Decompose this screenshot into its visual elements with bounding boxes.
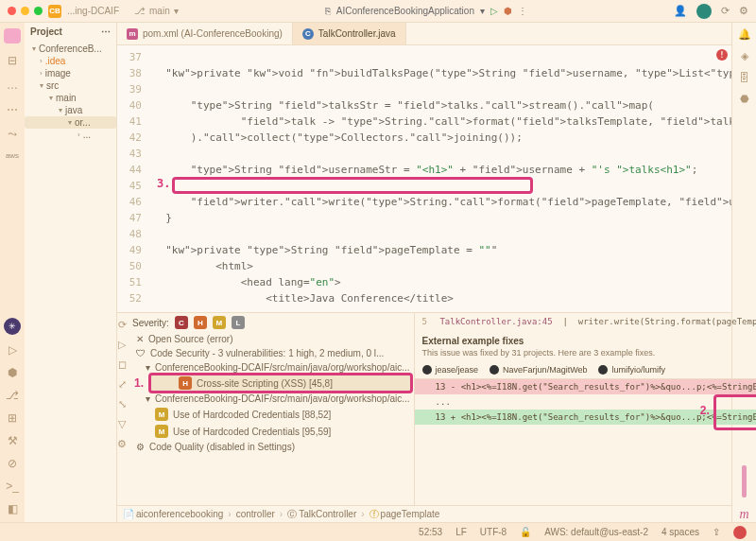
crumb-3[interactable]: pageTemplate xyxy=(381,509,440,519)
severity-low-icon[interactable]: L xyxy=(232,316,245,329)
crumb-1[interactable]: controller xyxy=(236,509,275,519)
project-tree[interactable]: ▾ConferenceB... ›.idea ›image ▾src ▾main… xyxy=(25,41,116,143)
indent[interactable]: 4 spaces xyxy=(662,527,699,537)
run-icon[interactable]: ▷ xyxy=(490,6,498,16)
severity-high-badge: H xyxy=(179,376,192,390)
avatar[interactable] xyxy=(696,4,712,19)
severity-high-icon[interactable]: H xyxy=(194,316,207,329)
annotation-step-1: 1. xyxy=(127,376,147,390)
tree-root[interactable]: ConferenceB... xyxy=(39,44,102,54)
notifications-icon[interactable]: 🔔 xyxy=(738,28,751,41)
error-indicator-icon[interactable]: ! xyxy=(716,49,728,61)
aws-toolkit-icon[interactable]: aws xyxy=(6,151,19,160)
problems-icon[interactable]: ⊘ xyxy=(5,456,20,471)
folder-image[interactable]: image xyxy=(45,68,71,79)
terminal-icon[interactable]: >_ xyxy=(5,479,20,494)
snyk-issue-creds-1[interactable]: MUse of Hardcoded Credentials [88,52] xyxy=(127,406,414,423)
account-icon[interactable]: 👤 xyxy=(674,5,687,17)
github-icon xyxy=(490,365,499,375)
collapse-icon[interactable]: ⤡ xyxy=(118,398,127,410)
run-scan-icon[interactable]: ▷ xyxy=(118,339,126,351)
code-editor[interactable]: 37 38 39 40 41 42 43 44 45 46 47 48 49 5… xyxy=(117,45,731,312)
severity-filter[interactable]: Severity: C H M L xyxy=(127,313,414,332)
settings-icon[interactable]: ⚙ xyxy=(117,438,127,450)
run-config[interactable]: ⎘ AIConferenceBookingApplication ▾ ▷ ⬢ ⋮ xyxy=(325,6,527,16)
fix-tab-2[interactable]: NaveFarjun/MagitWeb xyxy=(490,365,587,375)
git-tool-icon[interactable]: ⎇ xyxy=(5,388,20,403)
snyk-open-source[interactable]: ✕Open Source (error) xyxy=(127,332,414,346)
snyk-issue-xss[interactable]: H Cross-site Scripting (XSS) [45,8] xyxy=(150,375,411,392)
tab-pom-label: pom.xml (AI-ConferenceBooking) xyxy=(143,28,283,39)
snyk-code-security[interactable]: 🛡Code Security - 3 vulnerabilities: 1 hi… xyxy=(127,346,414,360)
breadcrumb[interactable]: 📄 aiconferencebooking› controller› ⒸTalk… xyxy=(117,505,731,522)
debug-tool-icon[interactable]: ⬢ xyxy=(5,365,20,380)
bookmarks-icon[interactable]: ⋯ xyxy=(5,102,20,117)
sub-node[interactable]: ... xyxy=(83,130,91,140)
annotation-highlight-3 xyxy=(172,177,533,194)
snyk-detail: 5 TalkController.java:45 | writer.write(… xyxy=(415,313,756,505)
minimize-icon[interactable] xyxy=(21,7,29,15)
snyk-panel: ⟳ ▷ ◻ ⤢ ⤡ ▽ ⚙ Severity: C H M L xyxy=(117,312,731,505)
fix-tab-1[interactable]: jease/jease xyxy=(422,365,479,375)
zoom-icon[interactable] xyxy=(34,7,43,15)
maven-tool-icon[interactable]: m xyxy=(739,507,748,522)
expand-icon[interactable]: ⤢ xyxy=(118,378,127,391)
filter-icon[interactable]: ▽ xyxy=(118,418,126,430)
line-sep[interactable]: LF xyxy=(455,527,467,537)
snyk-code-quality[interactable]: ⚙Code Quality (disabled in Settings) xyxy=(127,440,414,454)
commit-icon[interactable]: ⊟ xyxy=(5,53,20,68)
cursor-position[interactable]: 52:53 xyxy=(419,527,442,537)
debug-icon[interactable]: ⬢ xyxy=(504,6,512,16)
endpoints-icon[interactable]: ◧ xyxy=(5,501,20,516)
project-menu-icon[interactable]: ⋯ xyxy=(101,26,111,37)
snyk-tool-icon[interactable]: ✳ xyxy=(4,318,21,335)
ai-assistant-icon[interactable]: ◈ xyxy=(741,50,748,62)
database-icon[interactable]: 🗄 xyxy=(739,72,749,83)
editor-tabs: m pom.xml (AI-ConferenceBooking) C TalkC… xyxy=(117,23,731,45)
settings-icon[interactable]: ⚙ xyxy=(739,5,748,17)
tab-talkcontroller[interactable]: C TalkController.java xyxy=(293,23,406,44)
branch-name: main xyxy=(149,6,170,16)
structure-icon[interactable]: … xyxy=(5,78,20,93)
folder-main[interactable]: main xyxy=(56,93,77,103)
fix-tab-3[interactable]: lumifyio/lumify xyxy=(598,365,665,375)
example-fixes-tabs: jease/jease NaveFarjun/MagitWeb lumifyio… xyxy=(415,363,756,379)
snyk-issue-creds-2[interactable]: MUse of Hardcoded Credentials [95,59] xyxy=(127,423,414,440)
package-node[interactable]: or... xyxy=(75,117,91,128)
severity-critical-icon[interactable]: C xyxy=(175,316,188,329)
close-icon[interactable] xyxy=(8,7,16,15)
crumb-2[interactable]: TalkController xyxy=(299,509,356,519)
git-branch[interactable]: ⎇ main ▾ xyxy=(134,6,179,16)
project-tool-icon[interactable] xyxy=(4,28,21,44)
run-config-name: AIConferenceBookingApplication xyxy=(336,6,474,16)
chevron-down-icon: ▾ xyxy=(480,6,485,16)
refresh-icon[interactable]: ⟳ xyxy=(118,319,127,331)
folder-java[interactable]: java xyxy=(65,105,82,115)
folder-idea[interactable]: .idea xyxy=(45,56,66,66)
stop-icon[interactable]: ◻ xyxy=(118,358,127,371)
updates-icon[interactable]: ⟳ xyxy=(721,5,730,17)
crumb-0[interactable]: aiconferencebooking xyxy=(136,509,223,519)
snyk-path-1[interactable]: ▾ConferenceBooking-DCAIF/src/main/java/o… xyxy=(127,360,414,375)
snyk-issues-tree[interactable]: Severity: C H M L ✕Open Source (error) 🛡… xyxy=(127,313,415,505)
diff-view: 13 - <h1><%=I18N.get("Search_results_for… xyxy=(415,379,756,425)
encoding[interactable]: UTF-8 xyxy=(480,527,507,537)
run-tool-icon[interactable]: ▷ xyxy=(5,342,20,358)
project-header-label: Project xyxy=(30,26,62,37)
aws-status[interactable]: AWS: default@us-east-2 xyxy=(544,527,648,537)
severity-medium-icon[interactable]: M xyxy=(213,316,226,329)
pull-requests-icon[interactable]: ⤳ xyxy=(5,127,20,142)
build-icon[interactable]: ⚒ xyxy=(5,433,20,448)
readonly-icon[interactable]: 🔓 xyxy=(520,527,531,537)
tab-pom[interactable]: m pom.xml (AI-ConferenceBooking) xyxy=(117,23,293,44)
snyk-path-2[interactable]: ▾ConferenceBooking-DCAIF/src/main/java/o… xyxy=(127,392,414,406)
data-flow-step[interactable]: 5 TalkController.java:45 | writer.write(… xyxy=(415,313,756,330)
services-icon[interactable]: ⊞ xyxy=(5,410,20,426)
gradle-icon[interactable]: ⬣ xyxy=(740,93,749,105)
github-icon xyxy=(422,365,432,375)
severity-medium-badge: M xyxy=(155,425,168,438)
share-icon[interactable]: ⇪ xyxy=(713,527,720,537)
error-badge-icon[interactable] xyxy=(733,526,747,539)
folder-src[interactable]: src xyxy=(46,80,59,91)
more-icon[interactable]: ⋮ xyxy=(518,6,527,16)
